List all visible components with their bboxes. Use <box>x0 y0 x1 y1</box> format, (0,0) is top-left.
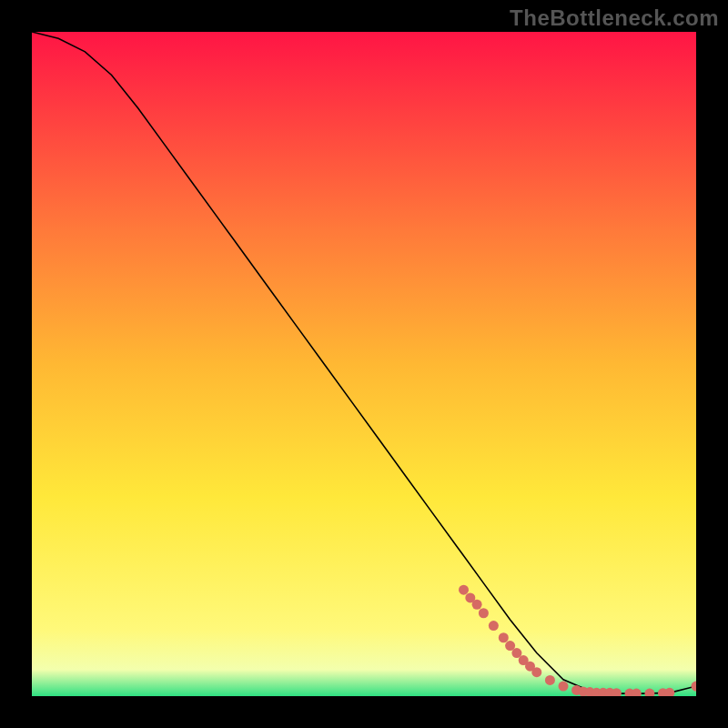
main-curve <box>32 32 696 693</box>
highlight-point <box>531 667 541 677</box>
highlight-point <box>692 682 697 692</box>
highlight-point <box>479 608 489 618</box>
highlight-point <box>499 632 509 642</box>
plot-area <box>32 32 696 696</box>
curve-layer <box>32 32 696 696</box>
highlight-point <box>472 600 482 610</box>
highlight-point <box>489 621 499 631</box>
highlight-point <box>545 675 555 685</box>
watermark-text: TheBottleneck.com <box>510 5 719 31</box>
highlight-point <box>459 585 469 595</box>
highlight-point <box>559 682 569 692</box>
chart-stage: TheBottleneck.com <box>0 0 728 728</box>
highlight-point <box>644 689 654 696</box>
highlight-point <box>664 688 674 696</box>
highlight-points <box>459 585 696 696</box>
